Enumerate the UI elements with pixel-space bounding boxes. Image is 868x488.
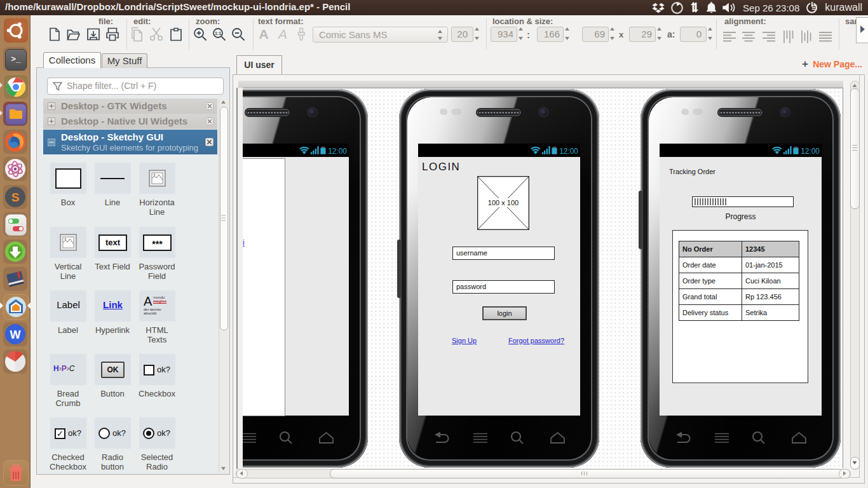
svg-text:W: W [10,329,21,341]
svg-text:12:00: 12:00 [328,147,347,155]
svg-text:12:00: 12:00 [801,147,820,155]
svg-text:S: S [11,191,20,204]
svg-text:A: A [259,27,268,41]
svg-text:1:1: 1:1 [215,31,221,36]
svg-text:100 x 100: 100 x 100 [488,199,519,207]
svg-text:12:00: 12:00 [559,147,578,155]
svg-text:A: A [277,27,287,41]
